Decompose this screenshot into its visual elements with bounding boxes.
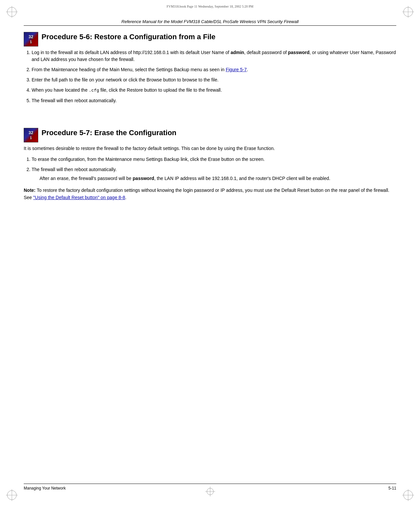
section2-heading: Procedure 5-7: Erase the Configuration xyxy=(42,129,177,137)
section2-step2: The firewall will then reboot automatica… xyxy=(32,166,396,182)
section1-step4: When you have located the .cfg file, cli… xyxy=(32,87,396,94)
section2-icon-text: 321 xyxy=(29,130,33,140)
section1-step3: Enter the full path to the file on your … xyxy=(32,76,396,83)
footer-divider xyxy=(24,484,396,484)
section-spacer-2 xyxy=(24,118,396,127)
corner-mark-br xyxy=(402,489,414,501)
header-divider xyxy=(24,25,396,26)
section1-step2: From the Maintenance heading of the Main… xyxy=(32,66,396,73)
figure-5-7-link[interactable]: Figure 5-7 xyxy=(226,67,247,72)
main-content: 321 Procedure 5-6: Restore a Configurati… xyxy=(24,31,396,477)
footer-left: Managing Your Network xyxy=(24,486,66,491)
password-label: password xyxy=(288,50,309,55)
header-title: Reference Manual for the Model FVM318 Ca… xyxy=(24,19,396,24)
admin-label: admin xyxy=(231,50,244,55)
section1-icon-text: 321 xyxy=(29,34,33,44)
page-header: Reference Manual for the Model FVM318 Ca… xyxy=(24,19,396,26)
corner-mark-tl xyxy=(6,6,18,18)
section-spacer-1 xyxy=(24,109,396,118)
section2-step1: To erase the configuration, from the Mai… xyxy=(32,156,396,163)
section1-icon: 321 xyxy=(24,32,38,46)
note-block: Note: To restore the factory default con… xyxy=(24,187,396,201)
footer-right: 5-11 xyxy=(388,486,396,491)
section2-intro: It is sometimes desirable to restore the… xyxy=(24,145,396,152)
section2-header-block: 321 Procedure 5-7: Erase the Configurati… xyxy=(24,127,396,143)
cfg-extension: .cfg xyxy=(89,88,99,93)
section2-steps: To erase the configuration, from the Mai… xyxy=(32,156,396,182)
section2-step2-note: After an erase, the firewall's password … xyxy=(40,175,396,182)
section1-step1: Log in to the firewall at its default LA… xyxy=(32,49,396,63)
password-label-2: password xyxy=(133,176,154,181)
bottom-center-mark xyxy=(205,487,215,498)
default-reset-link[interactable]: "Using the Default Reset button" on page… xyxy=(33,195,125,200)
section2: 321 Procedure 5-7: Erase the Configurati… xyxy=(24,127,396,201)
corner-mark-bl xyxy=(6,489,18,501)
page-container: FVM318.book Page 11 Wednesday, September… xyxy=(0,0,420,507)
section1: 321 Procedure 5-6: Restore a Configurati… xyxy=(24,31,396,104)
section1-heading: Procedure 5-6: Restore a Configuration f… xyxy=(42,33,215,41)
section1-step5: The firewall will then reboot automatica… xyxy=(32,97,396,104)
section2-icon: 321 xyxy=(24,128,38,142)
note-label: Note: xyxy=(24,188,36,193)
page-file-label: FVM318.book Page 11 Wednesday, September… xyxy=(167,5,253,8)
corner-mark-tr xyxy=(402,6,414,18)
section1-header-block: 321 Procedure 5-6: Restore a Configurati… xyxy=(24,31,396,47)
section1-steps: Log in to the firewall at its default LA… xyxy=(32,49,396,104)
